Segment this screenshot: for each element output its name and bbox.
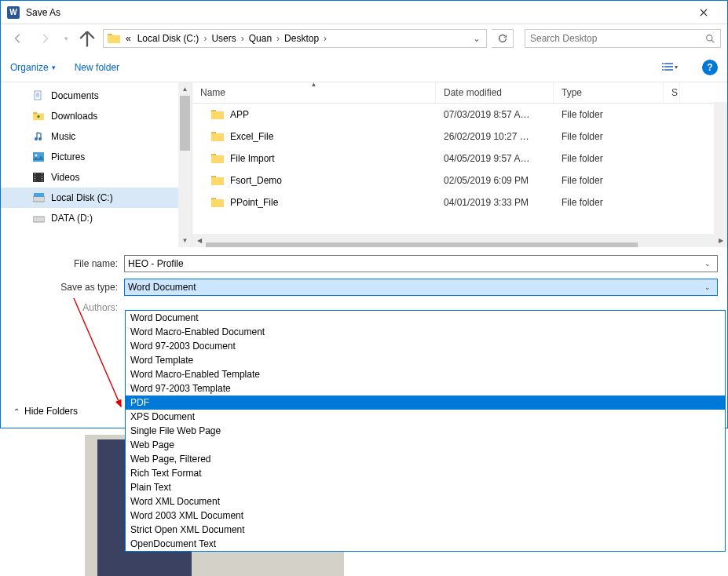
view-mode-button[interactable]: ▾ [657,58,683,77]
saveastype-option[interactable]: Word Document [126,311,725,325]
saveastype-option[interactable]: Plain Text [126,480,725,494]
saveastype-combo[interactable]: Word Document ⌄ [124,279,718,296]
saveastype-option[interactable]: Word 97-2003 Template [126,381,725,396]
nav-forward-button[interactable] [34,27,56,49]
breadcrumb-sep: › [240,33,246,44]
tree-scrollbar[interactable]: ▲ ▼ [178,82,192,247]
table-row[interactable]: PPoint_File04/01/2019 3:33 PMFile folder [192,191,727,213]
scroll-left-icon[interactable]: ◀ [192,237,206,244]
scroll-down-icon[interactable]: ▼ [178,234,192,247]
tree-item-pictures[interactable]: Pictures [1,147,192,167]
nav-back-button[interactable] [7,27,29,49]
saveastype-dropdown-list[interactable]: Word DocumentWord Macro-Enabled Document… [125,310,726,552]
list-vscrollbar[interactable] [714,102,727,234]
videos-icon [32,171,45,184]
organize-menu[interactable]: Organize ▾ [10,62,56,73]
search-input[interactable] [530,33,705,44]
nav-recent-dropdown[interactable]: ▾ [60,27,71,49]
breadcrumb-localc[interactable]: Local Disk (C:) [134,31,203,46]
saveastype-option[interactable]: Word Macro-Enabled Template [126,367,725,381]
list-header: ▲Name Date modified Type S [192,82,727,104]
close-button[interactable] [686,2,721,24]
svg-rect-17 [35,173,35,174]
tree-item-videos[interactable]: Videos [1,167,192,188]
tree-item-local-disk-c[interactable]: Local Disk (C:) [1,188,192,208]
dropdown-caret-icon[interactable]: ⌄ [701,260,714,268]
saveastype-option[interactable]: Strict Open XML Document [126,523,725,537]
saveastype-option[interactable]: Word Macro-Enabled Document [126,325,725,339]
cell-date: 26/02/2019 10:27 … [436,129,554,144]
svg-rect-11 [33,112,37,115]
saveastype-option[interactable]: XPS Document [126,410,725,424]
address-dropdown-icon[interactable]: ⌄ [469,33,485,44]
scroll-up-icon[interactable]: ▲ [178,82,192,96]
saveastype-option[interactable]: Web Page [126,438,725,452]
refresh-button[interactable] [492,29,514,48]
breadcrumb-quan[interactable]: Quan [246,31,275,46]
hide-folders-button[interactable]: ⌃ Hide Folders [13,406,78,417]
scroll-thumb[interactable] [180,96,190,151]
nav-up-button[interactable] [76,27,98,49]
breadcrumb-chevron[interactable]: « [123,31,134,46]
saveastype-value: Word Document [128,282,701,293]
file-list[interactable]: ▲Name Date modified Type S APP07/03/2019… [192,82,727,247]
svg-rect-27 [33,217,45,222]
tree-item-downloads[interactable]: Downloads [1,106,192,126]
help-button[interactable]: ? [702,60,718,75]
refresh-icon [497,33,508,44]
column-header-size[interactable]: S [664,82,680,103]
saveastype-option[interactable]: PDF [126,396,725,410]
search-box[interactable] [525,29,721,48]
cell-name: Excel_File [192,129,436,144]
cell-type: File folder [554,151,664,166]
folder-icon [211,175,224,186]
tree-item-documents[interactable]: Documents [1,86,192,106]
tree-item-data-d[interactable]: DATA (D:) [1,208,192,228]
tree-item-music[interactable]: Music [1,126,192,147]
folder-icon [211,131,224,142]
breadcrumb-sep: › [275,33,281,44]
breadcrumb-desktop[interactable]: Desktop [281,31,322,46]
table-row[interactable]: APP07/03/2019 8:57 A…File folder [192,104,727,126]
new-folder-button[interactable]: New folder [75,62,119,73]
dropdown-caret-icon[interactable]: ⌄ [701,283,714,291]
title-bar: W Save As [1,1,727,24]
list-hscrollbar[interactable]: ◀ ▶ [192,234,727,247]
column-header-date[interactable]: Date modified [436,82,554,103]
table-row[interactable]: Excel_File26/02/2019 10:27 …File folder [192,126,727,148]
svg-rect-7 [662,69,664,71]
filename-combo[interactable]: HEO - Profile ⌄ [124,255,718,272]
column-header-type[interactable]: Type [554,82,664,103]
folder-icon [211,153,224,164]
scroll-thumb[interactable] [206,242,638,248]
saveastype-option[interactable]: Single File Web Page [126,424,725,438]
table-row[interactable]: File Import04/05/2019 9:57 A…File folder [192,148,727,170]
saveastype-option[interactable]: Word 2003 XML Document [126,509,725,523]
svg-rect-8 [664,69,673,71]
svg-rect-14 [33,152,44,162]
saveastype-option[interactable]: Word 97-2003 Document [126,339,725,353]
cell-type: File folder [554,107,664,122]
table-row[interactable]: Fsort_Demo02/05/2019 6:09 PMFile folder [192,170,727,191]
saveastype-option[interactable]: OpenDocument Text [126,537,725,551]
cell-name: APP [192,107,436,122]
file-name: Fsort_Demo [230,175,282,186]
tree-label: DATA (D:) [51,213,93,224]
folder-location-icon [107,31,121,46]
svg-point-2 [707,35,712,40]
folder-tree[interactable]: Documents Downloads Music Pictures Video… [1,82,192,247]
scroll-right-icon[interactable]: ▶ [714,237,727,244]
saveastype-option[interactable]: Word Template [126,353,725,367]
arrow-up-icon [76,27,98,49]
breadcrumb-users[interactable]: Users [208,31,239,46]
saveastype-option[interactable]: Rich Text Format [126,466,725,480]
address-bar[interactable]: « Local Disk (C:) › Users › Quan › Deskt… [103,29,487,48]
word-app-icon: W [7,6,20,19]
close-icon [700,9,708,16]
saveastype-option[interactable]: Web Page, Filtered [126,452,725,466]
sort-asc-icon: ▲ [311,82,317,88]
saveastype-option[interactable]: Word XML Document [126,494,725,509]
column-header-name[interactable]: ▲Name [192,82,436,103]
breadcrumb-sep: › [322,33,328,44]
file-name: PPoint_File [230,197,278,208]
